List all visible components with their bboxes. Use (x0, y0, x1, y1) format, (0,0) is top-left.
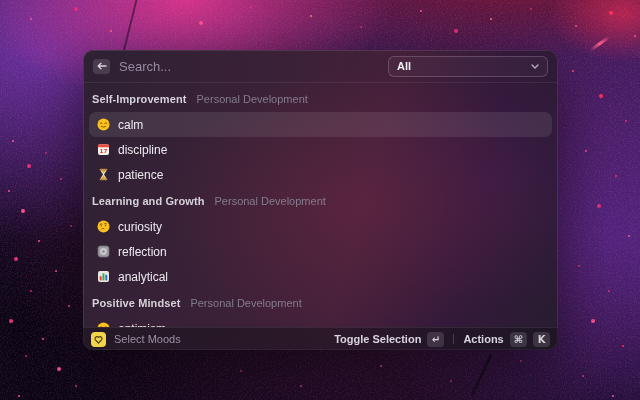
relieved-face-emoji (97, 118, 110, 131)
list-item-label: analytical (118, 270, 168, 284)
list-item-label: patience (118, 168, 163, 182)
section-header: Learning and Growth Personal Development (92, 195, 549, 210)
wallpaper-sparkles (0, 0, 2, 2)
footer-bar: Select Moods Toggle Selection ↵ Actions … (83, 327, 558, 350)
section-title: Positive Mindset (92, 297, 180, 309)
command-palette-window: All Self-Improvement Personal Developmen… (83, 50, 558, 350)
section-subtitle: Personal Development (197, 93, 308, 105)
wallpaper-streak (589, 35, 610, 51)
back-button[interactable] (93, 59, 110, 74)
svg-text:17: 17 (100, 148, 108, 154)
minidisc-emoji (97, 245, 110, 258)
footer-actions: Toggle Selection ↵ Actions ⌘ K (334, 332, 550, 347)
section-header: Self-Improvement Personal Development (92, 93, 549, 108)
list-item-label: reflection (118, 245, 167, 259)
list-item-calm[interactable]: calm (89, 112, 552, 137)
list-item-analytical[interactable]: analytical (89, 264, 552, 289)
toggle-selection-action[interactable]: Toggle Selection (334, 333, 421, 345)
list-item-label: calm (118, 118, 143, 132)
k-key-badge[interactable]: K (533, 332, 550, 347)
list-item-patience[interactable]: patience (89, 162, 552, 187)
results-list: Self-Improvement Personal Development ca… (83, 83, 558, 327)
filter-dropdown-value: All (397, 60, 411, 72)
bar-chart-emoji (97, 270, 110, 283)
search-input[interactable] (119, 59, 379, 74)
section-header: Positive Mindset Personal Development (92, 297, 549, 312)
list-item-label: curiosity (118, 220, 162, 234)
return-key-badge[interactable]: ↵ (427, 332, 444, 347)
actions-menu-button[interactable]: Actions (463, 333, 503, 345)
calendar-emoji: 17 (97, 143, 110, 156)
section-subtitle: Personal Development (215, 195, 326, 207)
filter-dropdown[interactable]: All (388, 56, 548, 77)
search-bar: All (83, 50, 558, 82)
chevron-down-icon (531, 64, 539, 69)
list-item-optimism[interactable]: optimism (89, 316, 552, 327)
wallpaper-streak (470, 354, 492, 397)
section-subtitle: Personal Development (190, 297, 301, 309)
list-item-discipline[interactable]: 17 discipline (89, 137, 552, 162)
list-item-reflection[interactable]: reflection (89, 239, 552, 264)
list-item-label: discipline (118, 143, 167, 157)
desktop-wallpaper: All Self-Improvement Personal Developmen… (0, 0, 640, 400)
heart-app-icon[interactable] (91, 332, 106, 347)
list-item-curiosity[interactable]: curiosity (89, 214, 552, 239)
arrow-left-icon (97, 62, 107, 70)
hourglass-emoji (97, 168, 110, 181)
thinking-face-emoji (97, 220, 110, 233)
cmd-key-badge[interactable]: ⌘ (510, 332, 527, 347)
extension-name: Select Moods (114, 333, 181, 345)
section-title: Learning and Growth (92, 195, 205, 207)
footer-divider (453, 334, 454, 344)
section-title: Self-Improvement (92, 93, 187, 105)
